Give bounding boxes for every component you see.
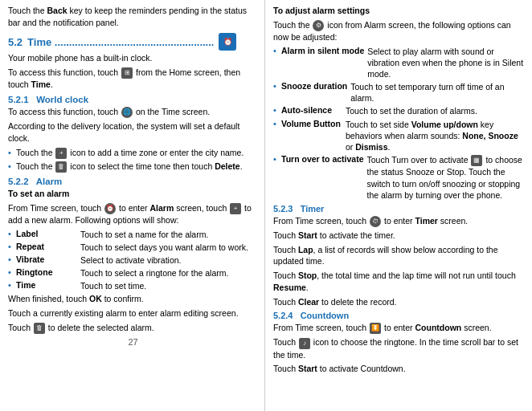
home-grid-icon: ⊞ (121, 67, 133, 79)
auto-silence-item: Auto-silence Touch to set the duration o… (273, 105, 526, 116)
left-column: Touch the Back key to keep the reminders… (0, 0, 265, 411)
delete-icon: 🗑 (55, 161, 67, 173)
turn-over-item: Turn over to activate Touch Turn over to… (273, 154, 526, 201)
adjust-options-list: Alarm in silent mode Select to play alar… (273, 46, 526, 201)
intro-paragraph: Touch the Back key to keep the reminders… (8, 5, 258, 28)
countdown-from-time: From Time screen, touch ⏬ to enter Count… (273, 322, 526, 334)
alarm-when-finished: When finished, touch OK to confirm. (8, 293, 258, 305)
world-clock-icon: 🌐 (121, 107, 133, 118)
countdown-start-desc: Touch Start to activate Countdown. (273, 363, 526, 375)
section-52-number: 5.2 (8, 36, 23, 48)
right-column: To adjust alarm settings Touch the ⚙ ico… (265, 0, 532, 411)
add-alarm-icon: + (230, 203, 241, 214)
section-522-title: 5.2.2 Alarm (8, 177, 258, 186)
section-52-name: Time ...................................… (27, 36, 214, 48)
music-icon: ♪ (299, 338, 310, 349)
to-set-alarm-label: To set an alarm (8, 188, 258, 200)
alarm-time-item: Time Touch to set time. (8, 280, 258, 291)
volume-button-item: Volume Button Touch to set side Volume u… (273, 119, 526, 153)
snooze-duration-item: Snooze duration Touch to set temporary t… (273, 81, 526, 104)
turn-over-icon: ▦ (471, 155, 482, 166)
silent-mode-item: Alarm in silent mode Select to play alar… (273, 46, 526, 80)
adjust-title: To adjust alarm settings (273, 5, 526, 17)
section-52-desc: Your mobile phone has a built-in clock. (8, 52, 258, 64)
timer-stop-desc: Touch Stop, the total time and the lap t… (273, 270, 526, 293)
timer-clear-desc: Touch Clear to delete the record. (273, 296, 526, 308)
world-clock-bullets: Touch the + icon to add a time zone or e… (8, 147, 258, 173)
section-523-title: 5.2.3 Timer (273, 204, 526, 214)
alarm-touch-existing: Touch a currently existing alarm to ente… (8, 307, 258, 319)
alarm-enter-icon: ⏰ (104, 203, 116, 214)
alarm-delete-desc: Touch 🗑 to delete the selected alarm. (8, 322, 258, 334)
section-524-title: 5.2.4 Countdown (273, 311, 526, 320)
alarm-ringtone-item: Ringtone Touch to select a ringtone for … (8, 267, 258, 279)
section-521-title: 5.2.1 World clock (8, 95, 258, 104)
time-icon: ⏰ (219, 33, 236, 51)
plus-icon: + (55, 148, 67, 159)
trash-icon: 🗑 (34, 323, 45, 334)
page-number: 27 (8, 337, 258, 347)
timer-from-time: From Time screen, touch ⏱ to enter Timer… (273, 215, 526, 227)
section-521-delivery: According to the delivery location, the … (8, 120, 258, 144)
section-52-access: To access this function, touch ⊞ from th… (8, 67, 258, 91)
alarm-label-item: Label Touch to set a name for the alarm. (8, 229, 258, 240)
time-label: Time (31, 79, 51, 89)
alarm-from-time: From Time screen, touch ⏰ to enter Alarm… (8, 202, 258, 226)
timer-start-desc: Touch Start to activate the timer. (273, 230, 526, 242)
world-clock-bullet-2: Touch the 🗑 icon to select the time tone… (8, 161, 258, 173)
timer-lap-desc: Touch Lap, a list of records will show b… (273, 244, 526, 267)
alarm-repeat-item: Repeat Touch to select days you want ala… (8, 242, 258, 253)
countdown-enter-icon: ⏬ (370, 323, 381, 334)
back-key-label: Back (47, 6, 67, 15)
countdown-ringtone-desc: Touch ♪ icon to choose the ringtone. In … (273, 336, 526, 360)
section-52-title: 5.2 Time ...............................… (8, 33, 258, 51)
timer-enter-icon: ⏱ (370, 216, 381, 227)
world-clock-bullet-1: Touch the + icon to add a time zone or e… (8, 147, 258, 159)
adjust-desc: Touch the ⚙ icon from Alarm screen, the … (273, 19, 526, 43)
alarm-vibrate-item: Vibrate Select to activate vibration. (8, 254, 258, 266)
settings-icon: ⚙ (313, 20, 324, 31)
section-521-access: To access this function, touch 🌐 on the … (8, 106, 258, 118)
alarm-options-list: Label Touch to set a name for the alarm.… (8, 229, 258, 292)
